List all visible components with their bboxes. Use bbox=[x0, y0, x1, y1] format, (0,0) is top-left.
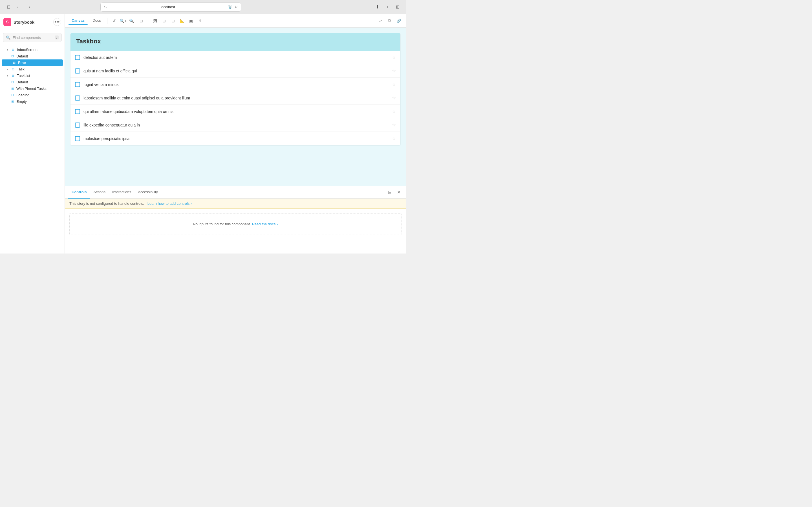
external-link-icon[interactable]: ⧉ bbox=[386, 17, 394, 25]
browser-controls: ⊟ ← → bbox=[4, 3, 33, 11]
task-checkbox-1[interactable] bbox=[75, 55, 80, 60]
logo-text: Storybook bbox=[13, 20, 35, 24]
sidebar-toggle-button[interactable]: ⊟ bbox=[4, 3, 12, 11]
task-checkbox-4[interactable] bbox=[75, 96, 80, 101]
info-icon[interactable]: ℹ bbox=[196, 17, 204, 25]
toolbar-separator bbox=[107, 18, 107, 24]
task-checkbox-6[interactable] bbox=[75, 122, 80, 128]
panel-close-icon[interactable]: ✕ bbox=[395, 188, 403, 196]
task-item: qui ullam ratione quibusdam voluptatem q… bbox=[70, 105, 400, 118]
tree-item-label: InboxScreen bbox=[17, 48, 38, 52]
task-text-4: laboriosam mollitia et enim quasi adipis… bbox=[84, 96, 389, 100]
task-text-1: delectus aut autem bbox=[84, 55, 389, 60]
panel-tabs: Controls Actions Interactions Accessibil… bbox=[65, 186, 406, 199]
sidebar-header: S Storybook ••• bbox=[0, 14, 64, 30]
tab-docs[interactable]: Docs bbox=[89, 17, 104, 25]
airdrop-icon: 📡 bbox=[228, 5, 232, 9]
sidebar-tree: ▾ ⊞ InboxScreen ⊟ Default ⊟ Error ▸ ⊞ Ta… bbox=[0, 45, 64, 253]
expand-icon[interactable]: ⤢ bbox=[377, 17, 385, 25]
sidebar-item-tasklist[interactable]: ▾ ⊞ TaskList bbox=[0, 72, 64, 79]
no-inputs-section: No inputs found for this component. Read… bbox=[69, 213, 402, 235]
link-icon[interactable]: 🔗 bbox=[395, 17, 403, 25]
panel-tab-controls[interactable]: Controls bbox=[68, 186, 90, 199]
sidebar-item-tasklist-default[interactable]: ⊟ Default bbox=[0, 79, 64, 86]
toolbar-separator-2 bbox=[148, 18, 148, 24]
sidebar-item-inboxscreen[interactable]: ▾ ⊞ InboxScreen bbox=[0, 47, 64, 53]
panel-layout-icon[interactable]: ⊟ bbox=[386, 188, 394, 196]
reset-icon[interactable]: ↺ bbox=[110, 17, 118, 25]
sidebar-item-inboxscreen-error[interactable]: ⊟ Error bbox=[2, 59, 63, 66]
tree-item-label: Empty bbox=[16, 100, 27, 104]
task-item: delectus aut autem ☆ bbox=[70, 51, 400, 64]
task-star-1[interactable]: ☆ bbox=[392, 55, 396, 60]
sidebar: S Storybook ••• 🔍 Find components / ▾ ⊞ … bbox=[0, 14, 65, 253]
taskbox-title: Taskbox bbox=[76, 38, 395, 45]
task-item: laboriosam mollitia et enim quasi adipis… bbox=[70, 91, 400, 105]
task-text-6: illo expedita consequatur quia in bbox=[84, 123, 389, 127]
zoom-out-icon[interactable]: 🔍- bbox=[128, 17, 136, 25]
shield-icon: 🛡 bbox=[104, 5, 107, 9]
chevron-down-icon: ▾ bbox=[7, 48, 11, 51]
component-icon: ⊞ bbox=[12, 48, 16, 52]
story-icon: ⊟ bbox=[11, 93, 15, 97]
url-bar[interactable]: 🛡 localhost 📡 ↻ bbox=[100, 3, 241, 11]
story-icon: ⊟ bbox=[11, 87, 15, 91]
search-icon: 🔍 bbox=[6, 36, 10, 40]
story-icon: ⊟ bbox=[13, 61, 17, 64]
task-text-7: molestiae perspiciatis ipsa bbox=[84, 136, 389, 141]
zoom-in-icon[interactable]: 🔍+ bbox=[119, 17, 127, 25]
warning-link[interactable]: Learn how to add controls › bbox=[147, 202, 192, 206]
storybook-logo-icon: S bbox=[3, 18, 11, 26]
measure-icon[interactable]: 📐 bbox=[178, 17, 186, 25]
tree-item-label: Task bbox=[17, 67, 24, 71]
panel-tab-interactions[interactable]: Interactions bbox=[109, 186, 135, 199]
task-checkbox-3[interactable] bbox=[75, 82, 80, 87]
fit-icon[interactable]: ⊡ bbox=[137, 17, 145, 25]
image-icon[interactable]: 🖼 bbox=[151, 17, 159, 25]
task-checkbox-2[interactable] bbox=[75, 68, 80, 73]
reload-icon[interactable]: ↻ bbox=[235, 5, 238, 9]
task-star-2[interactable]: ☆ bbox=[392, 68, 396, 73]
warning-text: This story is not configured to handle c… bbox=[69, 202, 144, 206]
task-checkbox-5[interactable] bbox=[75, 109, 80, 114]
task-item: illo expedita consequatur quia in ☆ bbox=[70, 118, 400, 132]
tree-item-label: With Pinned Tasks bbox=[16, 87, 47, 91]
forward-button[interactable]: → bbox=[25, 3, 33, 11]
sidebar-item-tasklist-with-pinned[interactable]: ⊟ With Pinned Tasks bbox=[0, 86, 64, 92]
no-inputs-text: No inputs found for this component. bbox=[193, 222, 251, 226]
sidebar-menu-button[interactable]: ••• bbox=[53, 18, 61, 26]
panel-tab-actions[interactable]: Actions bbox=[90, 186, 109, 199]
new-tab-button[interactable]: + bbox=[384, 3, 391, 11]
chevron-right-icon: ▸ bbox=[7, 68, 11, 71]
bottom-panel: Controls Actions Interactions Accessibil… bbox=[65, 186, 406, 253]
task-checkbox-7[interactable] bbox=[75, 136, 80, 141]
app: S Storybook ••• 🔍 Find components / ▾ ⊞ … bbox=[0, 14, 406, 253]
back-button[interactable]: ← bbox=[15, 3, 22, 11]
share-button[interactable]: ⬆ bbox=[373, 3, 381, 11]
sidebar-item-tasklist-loading[interactable]: ⊟ Loading bbox=[0, 92, 64, 98]
panel-right: ⊟ ✕ bbox=[386, 188, 403, 196]
sidebar-item-tasklist-empty[interactable]: ⊟ Empty bbox=[0, 98, 64, 105]
task-star-4[interactable]: ☆ bbox=[392, 95, 396, 101]
canvas-preview: Taskbox delectus aut autem ☆ quis ut nam… bbox=[65, 27, 406, 186]
sidebar-item-task[interactable]: ▸ ⊞ Task bbox=[0, 66, 64, 72]
layout-icon[interactable]: ⊟ bbox=[169, 17, 177, 25]
task-star-5[interactable]: ☆ bbox=[392, 109, 396, 114]
task-star-7[interactable]: ☆ bbox=[392, 136, 396, 141]
browser-chrome: ⊟ ← → 🛡 localhost 📡 ↻ ⬆ + ⊞ bbox=[0, 0, 406, 14]
task-star-6[interactable]: ☆ bbox=[392, 122, 396, 128]
canvas-area: Taskbox delectus aut autem ☆ quis ut nam… bbox=[65, 27, 406, 253]
tree-item-label: Default bbox=[16, 80, 28, 84]
story-icon: ⊟ bbox=[11, 80, 15, 84]
read-docs-link[interactable]: Read the docs › bbox=[252, 222, 278, 226]
tree-item-label: TaskList bbox=[17, 73, 30, 78]
tab-canvas[interactable]: Canvas bbox=[68, 17, 88, 25]
viewport-icon[interactable]: ▣ bbox=[187, 17, 195, 25]
sidebar-item-inboxscreen-default[interactable]: ⊟ Default bbox=[0, 53, 64, 59]
toolbar: Canvas Docs ↺ 🔍+ 🔍- ⊡ 🖼 ⊞ ⊟ 📐 ▣ ℹ ⤢ ⧉ 🔗 bbox=[65, 14, 406, 27]
task-star-3[interactable]: ☆ bbox=[392, 82, 396, 87]
tabs-button[interactable]: ⊞ bbox=[394, 3, 402, 11]
grid-icon[interactable]: ⊞ bbox=[160, 17, 168, 25]
search-box[interactable]: 🔍 Find components / bbox=[3, 33, 62, 42]
panel-tab-accessibility[interactable]: Accessibility bbox=[135, 186, 161, 199]
